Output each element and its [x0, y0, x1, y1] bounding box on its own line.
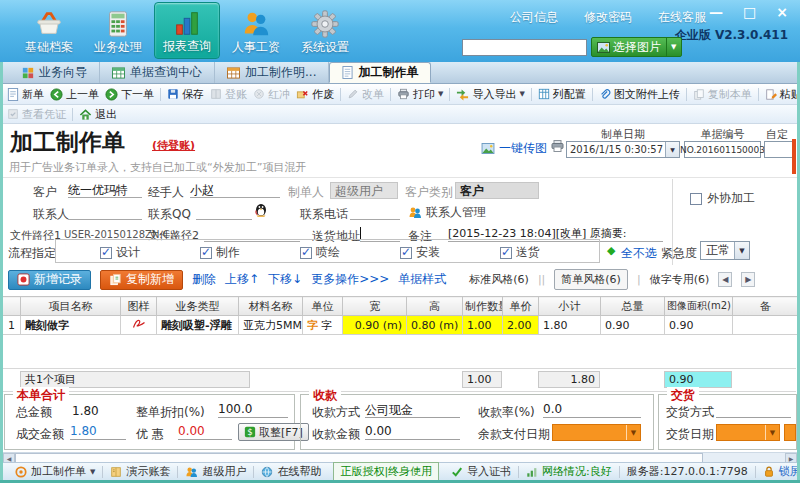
printer-icon[interactable] [550, 139, 565, 153]
select-none-link[interactable]: 全不选 [621, 245, 657, 262]
checkbox-checked-icon[interactable] [400, 247, 412, 259]
close-button[interactable]: × [776, 4, 788, 20]
move-up-link[interactable]: 上移↑ [225, 271, 259, 288]
paste-screenshot-button[interactable]: 粘贴截图 [762, 87, 800, 102]
new-doc-button[interactable]: 新单 [4, 87, 47, 102]
style-tab-standard[interactable]: 标准风格(6) [469, 272, 529, 287]
minimize-button[interactable]: — [709, 4, 723, 20]
payment-rate-field[interactable]: 0.0 [543, 402, 641, 418]
cell-height[interactable]: 0.80 (m) [407, 316, 463, 335]
col-header-unit[interactable]: 单位 [303, 297, 343, 316]
col-header-remark[interactable]: 备 [733, 297, 799, 316]
online-help-item[interactable]: 在线帮助 [254, 464, 328, 479]
col-header-biz-type[interactable]: 业务类型 [157, 297, 239, 316]
account-set-item[interactable]: 演示账套 [103, 464, 177, 479]
view-voucher-button[interactable]: 查看凭证 [4, 107, 69, 122]
col-header-item-name[interactable]: 项目名称 [21, 297, 121, 316]
col-header-qty[interactable]: 制作数量 [463, 297, 503, 316]
qq-penguin-icon[interactable] [254, 202, 268, 217]
online-service-link[interactable]: 在线客服 [658, 9, 706, 26]
table-row[interactable]: 1 雕刻做字 雕刻吸塑-浮雕 亚克力5MM 字字 0.90 (m) 0.80 (… [3, 316, 799, 335]
flow-step-print[interactable]: 喷绘 [300, 244, 340, 261]
ribbon-item-base-archives[interactable]: 基础档案 [16, 2, 82, 59]
ribbon-item-hr-payroll[interactable]: 人事工资 [223, 2, 289, 59]
cell-subtotal[interactable]: 1.80 [539, 316, 601, 335]
checkbox-checked-icon[interactable] [100, 247, 112, 259]
col-header-price[interactable]: 单价 [503, 297, 539, 316]
more-operations-link[interactable]: 更多操作>>> [311, 271, 389, 288]
checkbox-checked-icon[interactable] [200, 247, 212, 259]
doc-style-link[interactable]: 单据样式 [398, 271, 446, 288]
modify-doc-button[interactable]: 改单 [344, 87, 387, 102]
checkbox-checked-icon[interactable] [300, 247, 312, 259]
cell-price[interactable]: 2.00 [503, 316, 539, 335]
date-dropdown-arrow[interactable]: ▼ [665, 142, 679, 157]
flow-step-install[interactable]: 安装 [400, 244, 440, 261]
delivery-extra-select[interactable] [784, 424, 796, 441]
outsource-checkbox[interactable]: 外协加工 [690, 190, 755, 207]
ribbon-item-reports[interactable]: 报表查询 [154, 2, 220, 59]
cell-width[interactable]: 0.90 (m) [343, 316, 407, 335]
urgency-select[interactable]: 正常 ▼ [700, 241, 750, 260]
handler-field[interactable]: 小赵 [190, 182, 280, 198]
print-button[interactable]: 打印▼ [394, 87, 446, 102]
scroll-right-icon[interactable]: ▶ [741, 272, 755, 287]
style-tab-simple[interactable]: 简单风格(6) [554, 269, 628, 290]
save-button[interactable]: 保存 [164, 87, 207, 102]
import-cert-item[interactable]: 导入证书 [444, 464, 518, 479]
checkbox-icon[interactable] [690, 193, 702, 205]
col-header-width[interactable]: 宽 [343, 297, 407, 316]
cell-biz-type[interactable]: 雕刻吸塑-浮雕 [157, 316, 239, 335]
delivery-method-field[interactable] [716, 402, 791, 418]
col-header-subtotal[interactable]: 小计 [539, 297, 601, 316]
company-info-link[interactable]: 公司信息 [510, 9, 558, 26]
cell-qty[interactable]: 1.00 [463, 316, 503, 335]
ribbon-item-settings[interactable]: 系统设置 [292, 2, 358, 59]
delete-row-link[interactable]: 删除 [192, 271, 216, 288]
contact-manager-link[interactable]: 联系人管理 [408, 204, 486, 221]
import-export-button[interactable]: 导入导出▼ [453, 87, 527, 102]
tab-processing-order[interactable]: 加工制作单 [329, 62, 431, 83]
maximize-button[interactable]: □ [743, 4, 756, 20]
scroll-left-icon[interactable]: ◀ [718, 272, 732, 287]
copy-add-button[interactable]: 复制新增 [100, 270, 183, 290]
checkbox-checked-icon[interactable] [500, 247, 512, 259]
void-doc-button[interactable]: 作废 [293, 87, 337, 102]
move-down-link[interactable]: 下移↓ [268, 271, 302, 288]
contact-field[interactable] [68, 204, 142, 220]
exit-button[interactable]: 退出 [76, 107, 120, 122]
post-button[interactable]: 登账 [207, 87, 250, 102]
lock-screen-item[interactable]: 锁屏 [756, 464, 800, 479]
flow-step-deliver[interactable]: 送货 [500, 244, 540, 261]
round-button[interactable]: $ 取整[F7] [238, 423, 309, 441]
current-user-item[interactable]: 超级用户 [178, 464, 253, 479]
balance-date-select[interactable]: ▼ [552, 424, 641, 441]
change-password-link[interactable]: 修改密码 [584, 9, 632, 26]
qq-field[interactable] [196, 204, 252, 220]
col-header[interactable] [3, 297, 21, 316]
cell-area[interactable]: 0.90 [665, 316, 733, 335]
red-flush-button[interactable]: 红冲 [250, 87, 293, 102]
print-dropdown-arrow[interactable]: ▼ [438, 90, 443, 98]
style-tab-characters[interactable]: 做字专用(6) [650, 272, 710, 287]
doc-no-box[interactable]: NO.201601150003 [684, 141, 761, 158]
tab-doc-query-center[interactable]: 单据查询中心 [100, 62, 215, 83]
tab-processing-detail[interactable]: 加工制作明... [215, 62, 329, 83]
cell-material[interactable]: 亚克力5MM [239, 316, 303, 335]
col-header-total-qty[interactable]: 总量 [601, 297, 665, 316]
next-doc-button[interactable]: 下一单 [102, 87, 157, 102]
col-header-material[interactable]: 材料名称 [239, 297, 303, 316]
payment-amount-field[interactable]: 0.00 [365, 424, 460, 440]
select-image-button[interactable]: 选择图片 ▼ [591, 37, 682, 57]
import-export-dropdown-arrow[interactable]: ▼ [519, 90, 524, 98]
customer-field[interactable]: 统一优玛特 [68, 182, 142, 198]
column-config-button[interactable]: 列配置 [535, 87, 589, 102]
copy-doc-button[interactable]: 复制本单 [690, 87, 755, 102]
add-record-button[interactable]: 新增记录 [8, 270, 91, 290]
cell-item-name[interactable]: 雕刻做字 [21, 316, 121, 335]
col-header-height[interactable]: 高 [407, 297, 463, 316]
cell-total-qty[interactable]: 0.90 [601, 316, 665, 335]
off-field[interactable]: 0.00 [178, 424, 232, 440]
flow-step-design[interactable]: 设计 [100, 244, 140, 261]
col-header-sample[interactable]: 图样 [121, 297, 157, 316]
